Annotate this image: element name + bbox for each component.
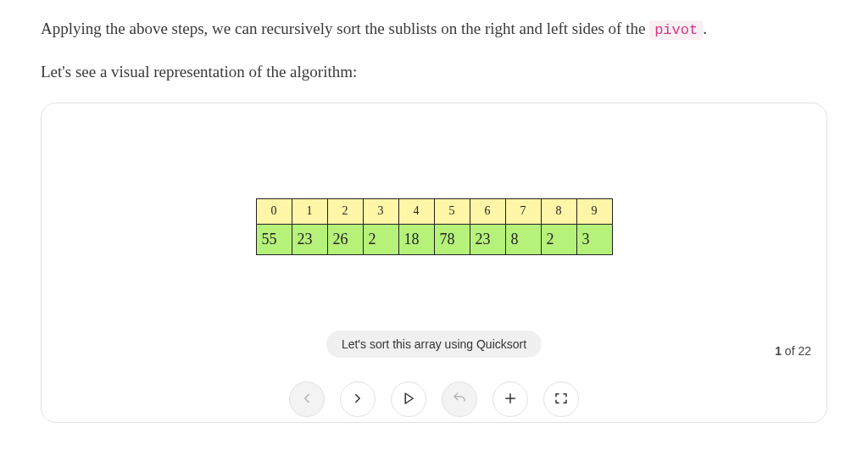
index-cell: 8 — [541, 198, 576, 224]
pager-total: 22 — [798, 344, 811, 358]
visualization-controls — [42, 366, 826, 422]
chevron-left-icon — [299, 391, 314, 409]
chevron-right-icon — [350, 391, 365, 409]
value-cell: 2 — [541, 224, 576, 254]
next-button[interactable] — [340, 381, 376, 417]
fullscreen-button[interactable] — [543, 381, 579, 417]
slide-pager: 1 of 22 — [775, 344, 811, 358]
index-row: 0 1 2 3 4 5 6 7 8 9 — [256, 198, 612, 224]
index-cell: 3 — [363, 198, 398, 224]
value-cell: 23 — [470, 224, 505, 254]
index-cell: 9 — [576, 198, 612, 224]
index-cell: 1 — [292, 198, 327, 224]
index-cell: 4 — [398, 198, 434, 224]
array-table: 0 1 2 3 4 5 6 7 8 9 55 23 26 2 18 78 23 … — [256, 198, 613, 255]
fullscreen-icon — [554, 391, 569, 409]
visualization-canvas: 0 1 2 3 4 5 6 7 8 9 55 23 26 2 18 78 23 … — [42, 103, 826, 366]
value-row: 55 23 26 2 18 78 23 8 2 3 — [256, 224, 612, 254]
prev-button[interactable] — [289, 381, 325, 417]
zoom-button[interactable] — [492, 381, 528, 417]
visualization-card: 0 1 2 3 4 5 6 7 8 9 55 23 26 2 18 78 23 … — [41, 103, 827, 423]
value-cell: 26 — [327, 224, 363, 254]
index-cell: 5 — [434, 198, 470, 224]
play-button[interactable] — [391, 381, 426, 417]
value-cell: 55 — [256, 224, 292, 254]
pager-of: of — [782, 344, 798, 358]
value-cell: 18 — [398, 224, 434, 254]
value-cell: 8 — [505, 224, 541, 254]
value-cell: 78 — [434, 224, 470, 254]
value-cell: 3 — [576, 224, 612, 254]
undo-icon — [452, 391, 467, 409]
index-cell: 7 — [505, 198, 541, 224]
index-cell: 0 — [256, 198, 292, 224]
visualization-caption: Let's sort this array using Quicksort — [326, 331, 542, 358]
intro-paragraph-1: Applying the above steps, we can recursi… — [41, 17, 827, 42]
value-cell: 23 — [292, 224, 327, 254]
intro-paragraph-2: Let's see a visual representation of the… — [41, 60, 827, 85]
index-cell: 6 — [470, 198, 505, 224]
restart-button[interactable] — [442, 381, 477, 417]
value-cell: 2 — [363, 224, 398, 254]
p1-pre-text: Applying the above steps, we can recursi… — [41, 19, 649, 37]
play-icon — [401, 391, 416, 409]
plus-icon — [503, 391, 518, 409]
p1-post-text: . — [703, 19, 707, 37]
svg-marker-0 — [405, 393, 413, 403]
pivot-inline-code: pivot — [649, 20, 703, 40]
pager-current: 1 — [775, 344, 782, 358]
index-cell: 2 — [327, 198, 363, 224]
